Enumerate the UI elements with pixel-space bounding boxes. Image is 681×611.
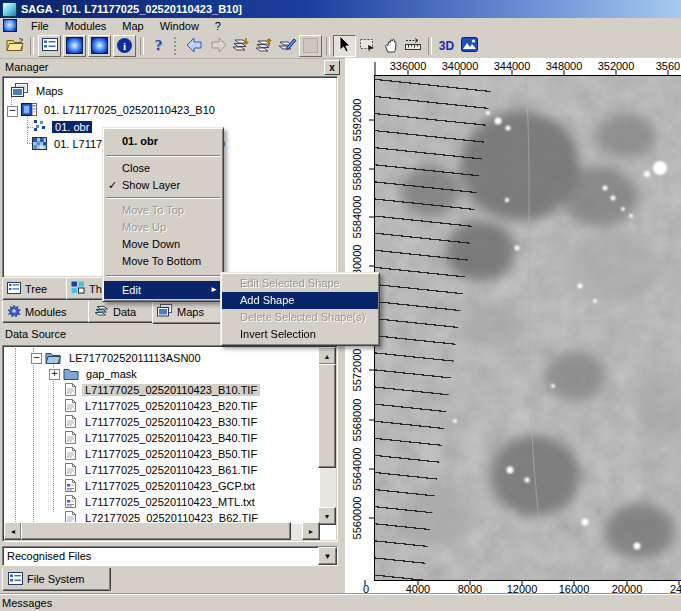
show-data-source-button[interactable] — [88, 35, 111, 57]
tif-file-icon — [65, 434, 76, 446]
file-row[interactable]: L71177025_02520110423_B30.TIF — [65, 414, 257, 430]
combo-dropdown-button[interactable]: ▼ — [318, 547, 337, 565]
file-row[interactable]: L71177025_02520110423_MTL.txt — [65, 494, 255, 510]
show-map-image-button[interactable] — [458, 35, 481, 57]
thumbnails-icon — [71, 281, 85, 296]
menu-item-move-down[interactable]: Move Down — [104, 236, 222, 253]
mdi-child-icon[interactable] — [3, 19, 17, 32]
tree-item-layer-points[interactable]: 01. obr — [33, 119, 92, 135]
context-menu-title: 01. obr — [104, 130, 222, 152]
txt-file-icon — [65, 498, 76, 510]
zoom-tool-button[interactable] — [356, 35, 379, 57]
app-icon[interactable] — [2, 2, 17, 17]
horizontal-scroll-thumb[interactable] — [21, 522, 291, 540]
disabled-tool-button — [299, 35, 322, 57]
menu-file[interactable]: File — [23, 19, 57, 33]
menu-help[interactable]: ? — [207, 19, 229, 33]
file-row[interactable]: L71177025_02520110423_B20.TIF — [65, 398, 257, 414]
folder-icon — [63, 370, 79, 382]
pointer-tool-button[interactable] — [333, 35, 356, 57]
show-manager-button[interactable] — [38, 35, 61, 57]
tree-guide — [53, 360, 54, 512]
grid-layer-icon — [32, 140, 47, 152]
window-title: SAGA - [01. L71177025_02520110423_B10] — [21, 3, 242, 15]
file-row[interactable]: L71177025_02520110423_B50.TIF — [65, 446, 257, 462]
menu-item-move-to-bottom[interactable]: Move To Bottom — [104, 253, 222, 270]
zoom-rectangle-icon — [359, 38, 376, 54]
toolbar-separator — [140, 37, 144, 55]
tif-file-icon — [65, 466, 76, 478]
menu-item-delete-selected-shapes: Delete Selected Shape(s) — [222, 309, 378, 326]
tab-tree[interactable]: Tree — [2, 278, 70, 300]
show-3d-view-button[interactable]: 3D — [435, 35, 458, 57]
file-tree-subfolder[interactable]: gap_mask — [63, 366, 137, 382]
file-row[interactable]: L71177025_02520110423_B61.TIF — [65, 462, 257, 478]
menu-modules[interactable]: Modules — [57, 19, 115, 33]
scroll-up-button[interactable]: ▲ — [318, 347, 336, 365]
tab-data[interactable]: Data — [88, 301, 156, 323]
tree-item-map[interactable]: 01. L71177025_02520110423_B10 — [21, 102, 215, 118]
selected-file-label[interactable]: L71177025_02520110423_B10.TIF — [82, 384, 260, 396]
tree-item-maps-root[interactable]: Maps — [11, 83, 63, 99]
vertical-scroll-thumb[interactable] — [318, 364, 336, 468]
arrow-left-icon — [186, 37, 204, 55]
menu-map[interactable]: Map — [114, 19, 151, 33]
scroll-right-button[interactable]: ► — [302, 522, 320, 540]
open-folder-icon — [6, 37, 25, 54]
layers-import-icon — [230, 36, 251, 55]
pan-tool-button[interactable] — [379, 35, 402, 57]
help-button[interactable]: ? — [147, 35, 170, 57]
collapse-toggle[interactable]: − — [31, 353, 42, 364]
load-data-button[interactable] — [229, 35, 252, 57]
selected-layer-label[interactable]: 01. obr — [52, 121, 92, 133]
menu-item-show-layer[interactable]: ✓ Show Layer — [104, 177, 222, 194]
expand-toggle[interactable]: + — [49, 369, 60, 380]
3d-icon: 3D — [439, 39, 454, 53]
arrow-right-icon — [209, 37, 227, 55]
show-messages-button[interactable]: i — [113, 35, 136, 57]
blank-icon — [303, 38, 318, 53]
maps-stack-icon — [11, 88, 29, 100]
cursor-arrow-icon — [339, 36, 351, 55]
layer-context-menu: 01. obr Close ✓ Show Layer Move To Top M… — [102, 127, 224, 302]
tab-file-system[interactable]: File System — [2, 568, 111, 591]
collapse-toggle[interactable]: − — [7, 106, 18, 117]
open-file-button[interactable] — [4, 35, 27, 57]
tab-modules[interactable]: Modules — [2, 301, 92, 323]
file-filter-combobox[interactable]: Recognised Files ▼ — [2, 546, 338, 566]
edit-layers-button[interactable] — [275, 35, 298, 57]
messages-caption: Messages — [2, 597, 52, 609]
menu-item-close[interactable]: Close — [104, 160, 222, 177]
tif-file-icon — [65, 386, 76, 398]
tree-view-icon — [7, 282, 21, 296]
file-row[interactable]: L71177025_02520110423_GCP.txt — [65, 478, 255, 494]
data-layers-icon — [93, 304, 109, 319]
manager-caption: Manager — [5, 61, 48, 73]
tab-maps[interactable]: Maps — [152, 300, 222, 324]
toolbar-separator — [326, 37, 330, 55]
txt-file-icon — [65, 482, 76, 494]
forward-button[interactable] — [206, 35, 229, 57]
scroll-down-button[interactable]: ▼ — [318, 507, 336, 525]
show-object-properties-button[interactable] — [63, 35, 86, 57]
y-axis-label: 5560000 — [351, 488, 363, 548]
measure-tool-button[interactable] — [402, 35, 425, 57]
info-icon: i — [117, 38, 132, 53]
manager-close-button[interactable]: x — [324, 60, 340, 75]
points-layer-icon — [33, 122, 46, 134]
file-row[interactable]: L71177025_02520110423_B10.TIF — [65, 382, 260, 398]
file-tree-panel: − LE71770252011113ASN00 + gap_mask L7117… — [2, 345, 338, 542]
menu-item-edit[interactable]: Edit ► — [104, 281, 222, 299]
checkmark-icon: ✓ — [108, 177, 117, 194]
scroll-left-button[interactable]: ◄ — [4, 522, 22, 540]
manager-panel-icon — [42, 38, 58, 53]
menu-item-add-shape[interactable]: Add Shape — [222, 292, 378, 309]
maps-tab-icon — [157, 304, 173, 319]
file-row[interactable]: L71177025_02520110423_B40.TIF — [65, 430, 257, 446]
back-button[interactable] — [183, 35, 206, 57]
save-data-button[interactable] — [252, 35, 275, 57]
menu-window[interactable]: Window — [152, 19, 207, 33]
file-tree-folder[interactable]: LE71770252011113ASN00 — [45, 350, 201, 366]
menu-item-invert-selection[interactable]: Invert Selection — [222, 326, 378, 343]
map-canvas[interactable] — [374, 75, 681, 581]
